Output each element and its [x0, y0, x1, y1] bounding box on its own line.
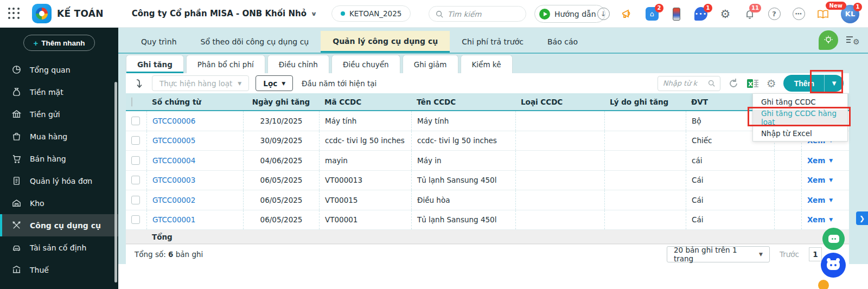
subtab-ghi-giam[interactable]: Ghi giảm [403, 55, 458, 73]
add-dropdown-arrow[interactable]: ▼ [824, 75, 844, 92]
store-app-icon[interactable]: ⌂ 2 [646, 8, 659, 21]
sidebar-item-ban-hang[interactable]: Bán hàng [0, 147, 118, 170]
export-excel-icon[interactable]: X [746, 78, 760, 89]
col-ma-ccdc[interactable]: Mã CCDC [319, 98, 411, 106]
menu-item-ghi-tang-ccdc[interactable]: Ghi tăng CCDC [753, 94, 847, 110]
pie-chart-icon [11, 65, 22, 75]
view-action[interactable]: Xem▼ [807, 176, 833, 184]
sidebar-item-tong-quan[interactable]: Tổng quan [0, 59, 118, 81]
cell-type [515, 111, 604, 131]
sidebar-item-tai-san-co-dinh[interactable]: Tài sản cố định [0, 236, 118, 259]
subtab-dieu-chinh[interactable]: Điều chỉnh [267, 55, 329, 73]
view-action[interactable]: Xem▼ [807, 196, 833, 204]
sidebar-item-tien-gui[interactable]: Tiền gửi [0, 103, 118, 125]
row-checkbox[interactable] [131, 176, 140, 184]
doc-link[interactable]: GTCC00004 [152, 156, 195, 165]
sidebar-item-quan-ly-hoa-don[interactable]: Quản lý hóa đơn [0, 170, 118, 192]
subtab-ghi-tang[interactable]: Ghi tăng [126, 55, 184, 73]
menu-item-nhap-tu-excel[interactable]: Nhập từ Excel [753, 125, 847, 141]
sidebar-item-tien-mat[interactable]: Tiền mặt [0, 81, 118, 103]
tab-so-theo-doi[interactable]: Sổ theo dõi công cụ dụng cụ [189, 31, 321, 53]
row-checkbox[interactable] [131, 196, 140, 204]
table-row[interactable]: GTCC00004 04/06/2025 mayin Máy in cái Xe… [126, 151, 849, 171]
search-placeholder: Tìm kiếm [448, 10, 481, 18]
batch-action-dropdown[interactable]: Thực hiện hàng loạt ▼ [152, 75, 249, 91]
tab-quy-trinh[interactable]: Quy trình [129, 31, 189, 53]
add-button[interactable]: Thêm [783, 75, 824, 92]
assistant-bot-button[interactable] [821, 253, 846, 278]
guide-button[interactable]: Hướng dẫn [534, 5, 605, 23]
chat-icon[interactable]: ••• 1 [694, 8, 707, 21]
subtab-kiem-ke[interactable]: Kiểm kê [461, 55, 513, 73]
subtab-phan-bo-chi-phi[interactable]: Phân bổ chi phí [186, 55, 265, 73]
filter-button[interactable]: Lọc ▼ [256, 75, 293, 91]
sidebar-item-kho[interactable]: Kho [0, 192, 118, 214]
robot-face-icon [827, 260, 840, 270]
filter-label: Lọc [263, 79, 277, 88]
database-badge[interactable]: KETOAN_2025 [331, 5, 411, 22]
table-row[interactable]: GTCC00002 06/05/2025 VT00015 Điều hòa Cá… [126, 190, 849, 210]
row-checkbox[interactable] [131, 117, 140, 125]
tips-button[interactable] [819, 30, 838, 50]
col-loai-ccdc[interactable]: Loại CCDC [515, 98, 604, 106]
current-page[interactable]: 1 [809, 247, 822, 261]
company-selector[interactable]: Công ty Cổ phần MISA - ONB Khối Nhỏ ∨ [132, 9, 316, 18]
keyword-search-input[interactable]: Nhập từ k [658, 76, 720, 91]
table-row[interactable]: GTCC00006 23/10/2025 Máy tính Máy tính B… [126, 111, 849, 131]
download-icon[interactable]: ↓ [597, 8, 610, 21]
view-action[interactable]: Xem▼ [807, 215, 833, 224]
bell-icon[interactable]: 11 [743, 8, 756, 21]
doc-link[interactable]: GTCC00003 [152, 176, 195, 184]
megaphone-icon[interactable] [621, 8, 634, 21]
view-settings-icon[interactable]: ⚙ [845, 34, 859, 46]
cell-unit: cái [686, 151, 774, 170]
row-checkbox[interactable] [131, 156, 140, 165]
bank-icon [11, 109, 22, 119]
table-row[interactable]: GTCC00001 06/05/2025 VT00001 Tủ lạnh San… [126, 210, 849, 230]
tab-chi-phi-tra-truoc[interactable]: Chi phí trả trước [450, 31, 535, 53]
view-action[interactable]: Xem▼ [807, 156, 833, 165]
col-ngay-ghi-tang[interactable]: Ngày ghi tăng [243, 98, 319, 106]
page-size-select[interactable]: 20 bản ghi trên 1 trang ▼ [667, 246, 770, 262]
quick-add-button[interactable]: + Thêm nhanh [23, 35, 95, 51]
col-ly-do[interactable]: Lý do ghi tăng [604, 98, 686, 106]
support-chat-button[interactable] [822, 228, 845, 250]
gear-icon[interactable]: ⚙ [719, 8, 732, 21]
bottom-strip [118, 264, 868, 289]
doc-link[interactable]: GTCC00005 [152, 136, 195, 145]
cell-reason [604, 111, 686, 131]
table-row[interactable]: GTCC00005 30/09/2025 ccdc- tivi lg 50 in… [126, 131, 849, 151]
sort-icon[interactable] [135, 78, 144, 89]
doc-link[interactable]: GTCC00001 [152, 215, 195, 224]
col-so-chung-tu[interactable]: Số chứng từ [146, 98, 243, 106]
global-search-input[interactable]: Tìm kiếm [429, 6, 526, 22]
table-row[interactable]: GTCC00003 06/05/2025 VT000013 Tủ lạnh Sa… [126, 171, 849, 191]
menu-item-ghi-tang-ccdc-hang-loat[interactable]: Ghi tăng CCDC hàng loạt [753, 110, 847, 125]
sidebar-scrollbar[interactable] [114, 82, 117, 282]
caret-down-icon: ▼ [829, 197, 833, 203]
col-ten-ccdc[interactable]: Tên CCDC [411, 98, 515, 106]
apps-grid-icon[interactable] [8, 8, 20, 20]
caret-down-icon: ▼ [829, 177, 833, 183]
doc-link[interactable]: GTCC00002 [152, 196, 195, 204]
tab-quan-ly-ccdc[interactable]: Quản lý công cụ dụng cụ [321, 31, 450, 53]
cell-name: Máy in [411, 151, 515, 170]
new-badge: New [826, 2, 846, 10]
subtab-dieu-chuyen[interactable]: Điều chuyển [331, 55, 400, 73]
row-checkbox[interactable] [131, 136, 140, 145]
select-all-checkbox[interactable] [131, 97, 132, 107]
more-icon[interactable]: ⋯ [792, 8, 805, 21]
sidebar-item-mua-hang[interactable]: Mua hàng [0, 125, 118, 147]
doc-link[interactable]: GTCC00006 [152, 117, 195, 125]
misa-logo[interactable] [32, 4, 52, 23]
sidebar-item-cong-cu-dung-cu[interactable]: Công cụ dụng cụ [0, 214, 118, 236]
prev-page-button[interactable]: Trước [780, 250, 799, 259]
row-checkbox[interactable] [131, 215, 140, 224]
refresh-icon[interactable] [727, 78, 739, 89]
scroll-right-button[interactable]: ❯ [856, 211, 868, 225]
tab-bao-cao[interactable]: Báo cáo [535, 31, 590, 53]
table-settings-icon[interactable]: ⚙ [767, 77, 776, 90]
help-icon[interactable]: ? [768, 8, 781, 21]
phone-icon[interactable] [670, 8, 683, 21]
sidebar-item-thue[interactable]: Thuế [0, 259, 118, 281]
